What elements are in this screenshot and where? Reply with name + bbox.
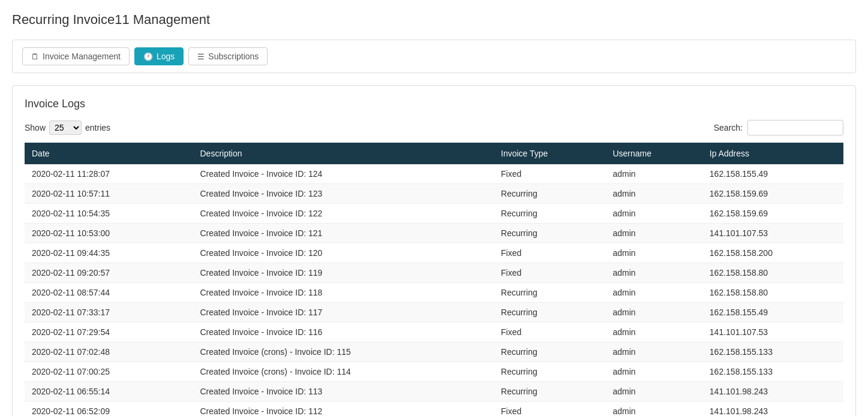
cell-description: Created Invoice (crons) - Invoice ID: 11… (193, 362, 494, 382)
cell-ip: 162.158.155.49 (702, 303, 843, 322)
cell-ip: 141.101.107.53 (702, 224, 843, 243)
cell-username: admin (605, 243, 702, 263)
entries-select[interactable]: 10 25 50 100 (49, 120, 82, 135)
cell-invoice_type: Fixed (494, 322, 605, 342)
cell-username: admin (605, 402, 702, 417)
table-controls: Show 10 25 50 100 entries Search: (25, 120, 843, 135)
cell-date: 2020-02-11 07:33:17 (25, 303, 193, 322)
cell-description: Created Invoice - Invoice ID: 120 (193, 243, 494, 263)
table-row: 2020-02-11 07:33:17Created Invoice - Inv… (25, 303, 843, 322)
table-row: 2020-02-11 07:02:48Created Invoice (cron… (25, 342, 843, 362)
panel-title: Invoice Logs (25, 98, 843, 110)
cell-invoice_type: Recurring (494, 204, 605, 224)
subscriptions-icon: ☰ (197, 52, 205, 61)
tab-invoice-management[interactable]: 🗒 Invoice Management (22, 47, 130, 65)
cell-ip: 162.158.159.69 (702, 184, 843, 204)
cell-username: admin (605, 263, 702, 283)
cell-invoice_type: Fixed (494, 263, 605, 283)
cell-date: 2020-02-11 07:00:25 (25, 362, 193, 382)
show-entries-control: Show 10 25 50 100 entries (25, 120, 110, 135)
cell-description: Created Invoice - Invoice ID: 113 (193, 382, 494, 402)
cell-username: admin (605, 164, 702, 184)
cell-date: 2020-02-11 10:53:00 (25, 224, 193, 243)
cell-date: 2020-02-11 07:02:48 (25, 342, 193, 362)
cell-description: Created Invoice - Invoice ID: 121 (193, 224, 494, 243)
cell-username: admin (605, 322, 702, 342)
cell-username: admin (605, 283, 702, 303)
cell-invoice_type: Recurring (494, 342, 605, 362)
tab-invoice-management-label: Invoice Management (43, 52, 121, 61)
cell-username: admin (605, 382, 702, 402)
table-row: 2020-02-11 08:57:44Created Invoice - Inv… (25, 283, 843, 303)
entries-label: entries (85, 123, 110, 132)
tab-subscriptions[interactable]: ☰ Subscriptions (188, 47, 268, 65)
cell-username: admin (605, 224, 702, 243)
cell-invoice_type: Fixed (494, 243, 605, 263)
cell-ip: 141.101.98.243 (702, 382, 843, 402)
cell-date: 2020-02-11 11:28:07 (25, 164, 193, 184)
cell-description: Created Invoice - Invoice ID: 119 (193, 263, 494, 283)
col-invoice-type: Invoice Type (494, 143, 605, 164)
cell-username: admin (605, 303, 702, 322)
cell-invoice_type: Recurring (494, 224, 605, 243)
cell-ip: 141.101.98.243 (702, 402, 843, 417)
cell-description: Created Invoice - Invoice ID: 124 (193, 164, 494, 184)
cell-date: 2020-02-11 06:55:14 (25, 382, 193, 402)
cell-description: Created Invoice (crons) - Invoice ID: 11… (193, 342, 494, 362)
logs-table: Date Description Invoice Type Username I… (25, 143, 843, 416)
cell-invoice_type: Recurring (494, 184, 605, 204)
col-date: Date (25, 143, 193, 164)
cell-description: Created Invoice - Invoice ID: 122 (193, 204, 494, 224)
cell-description: Created Invoice - Invoice ID: 112 (193, 402, 494, 417)
cell-description: Created Invoice - Invoice ID: 116 (193, 322, 494, 342)
table-row: 2020-02-11 10:57:11Created Invoice - Inv… (25, 184, 843, 204)
table-row: 2020-02-11 10:53:00Created Invoice - Inv… (25, 224, 843, 243)
search-label: Search: (714, 123, 743, 132)
logs-panel: Invoice Logs Show 10 25 50 100 entries S… (12, 85, 856, 416)
table-row: 2020-02-11 06:52:09Created Invoice - Inv… (25, 402, 843, 417)
cell-ip: 162.158.155.133 (702, 362, 843, 382)
cell-description: Created Invoice - Invoice ID: 117 (193, 303, 494, 322)
table-row: 2020-02-11 09:44:35Created Invoice - Inv… (25, 243, 843, 263)
cell-invoice_type: Recurring (494, 283, 605, 303)
cell-date: 2020-02-11 10:57:11 (25, 184, 193, 204)
cell-invoice_type: Fixed (494, 164, 605, 184)
invoice-icon: 🗒 (31, 52, 39, 61)
table-row: 2020-02-11 10:54:35Created Invoice - Inv… (25, 204, 843, 224)
cell-date: 2020-02-11 06:52:09 (25, 402, 193, 417)
tab-logs[interactable]: 🕐 Logs (134, 47, 184, 65)
table-row: 2020-02-11 07:00:25Created Invoice (cron… (25, 362, 843, 382)
table-row: 2020-02-11 09:20:57Created Invoice - Inv… (25, 263, 843, 283)
cell-username: admin (605, 342, 702, 362)
table-header-row: Date Description Invoice Type Username I… (25, 143, 843, 164)
logs-icon: 🕐 (143, 52, 153, 61)
tab-logs-label: Logs (157, 52, 175, 61)
cell-username: admin (605, 204, 702, 224)
cell-ip: 162.158.159.69 (702, 204, 843, 224)
cell-ip: 162.158.155.133 (702, 342, 843, 362)
cell-invoice_type: Recurring (494, 382, 605, 402)
cell-date: 2020-02-11 09:44:35 (25, 243, 193, 263)
cell-ip: 141.101.107.53 (702, 322, 843, 342)
cell-invoice_type: Recurring (494, 362, 605, 382)
cell-description: Created Invoice - Invoice ID: 123 (193, 184, 494, 204)
col-username: Username (605, 143, 702, 164)
cell-ip: 162.158.158.80 (702, 283, 843, 303)
cell-date: 2020-02-11 09:20:57 (25, 263, 193, 283)
cell-username: admin (605, 362, 702, 382)
cell-invoice_type: Recurring (494, 303, 605, 322)
cell-username: admin (605, 184, 702, 204)
tab-subscriptions-label: Subscriptions (208, 52, 259, 61)
search-input[interactable] (747, 120, 843, 135)
cell-ip: 162.158.155.49 (702, 164, 843, 184)
show-label: Show (25, 123, 46, 132)
col-description: Description (193, 143, 494, 164)
table-row: 2020-02-11 06:55:14Created Invoice - Inv… (25, 382, 843, 402)
cell-date: 2020-02-11 10:54:35 (25, 204, 193, 224)
cell-description: Created Invoice - Invoice ID: 118 (193, 283, 494, 303)
table-row: 2020-02-11 07:29:54Created Invoice - Inv… (25, 322, 843, 342)
cell-date: 2020-02-11 07:29:54 (25, 322, 193, 342)
table-row: 2020-02-11 11:28:07Created Invoice - Inv… (25, 164, 843, 184)
cell-date: 2020-02-11 08:57:44 (25, 283, 193, 303)
cell-ip: 162.158.158.200 (702, 243, 843, 263)
